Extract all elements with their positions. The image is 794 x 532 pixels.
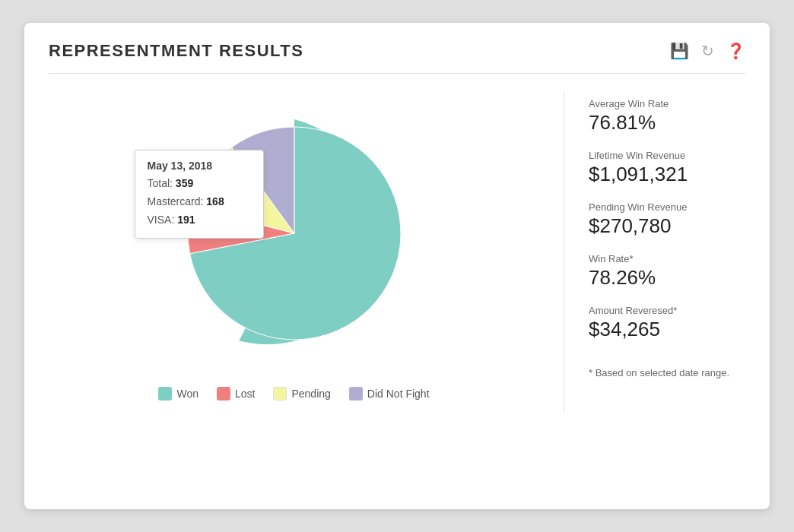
chart-legend: Won Lost Pending Did Not Fight [158, 387, 429, 401]
stat-win-rate: Win Rate* 78.26% [589, 253, 745, 290]
tooltip-visa: VISA: 191 [148, 211, 251, 230]
legend-swatch-lost [217, 387, 230, 401]
stats-panel: Average Win Rate 76.81% Lifetime Win Rev… [564, 92, 770, 413]
header: REPRESENTMENT RESULTS 💾 ↻ ❓ [24, 23, 770, 73]
legend-swatch-didnotfight [349, 387, 363, 401]
legend-item-lost: Lost [217, 387, 255, 401]
stat-amount-reversed: Amount Reveresed* $34,265 [589, 305, 745, 341]
legend-item-pending: Pending [273, 387, 330, 401]
legend-swatch-won [158, 387, 172, 401]
chart-tooltip: May 13, 2018 Total: 359 Mastercard: 168 … [135, 150, 264, 239]
stat-value-3: 78.26% [589, 266, 745, 290]
pie-chart-container: May 13, 2018 Total: 359 Mastercard: 168 … [165, 104, 424, 363]
tooltip-date: May 13, 2018 [148, 160, 251, 172]
legend-swatch-pending [273, 387, 287, 401]
legend-label-pending: Pending [291, 388, 330, 400]
stat-avg-win-rate: Average Win Rate 76.81% [589, 98, 745, 135]
stat-value-1: $1,091,321 [589, 163, 745, 186]
stat-value-2: $270,780 [589, 214, 745, 238]
page-title: REPRESENTMENT RESULTS [49, 41, 303, 61]
legend-item-didnotfight: Did Not Fight [349, 387, 430, 401]
help-icon[interactable]: ❓ [726, 42, 745, 60]
stat-label-2: Pending Win Revenue [589, 201, 745, 213]
stat-lifetime-win-revenue: Lifetime Win Revenue $1,091,321 [589, 150, 745, 186]
tooltip-total: Total: 359 [148, 175, 251, 193]
stat-label-0: Average Win Rate [589, 98, 745, 109]
legend-item-won: Won [158, 387, 198, 401]
stat-pending-win-revenue: Pending Win Revenue $270,780 [589, 201, 745, 238]
stat-label-3: Win Rate* [589, 253, 745, 264]
save-icon[interactable]: 💾 [670, 42, 689, 60]
stat-note: * Based on selected date range. [589, 366, 745, 381]
legend-label-lost: Lost [235, 388, 255, 400]
header-icons: 💾 ↻ ❓ [670, 42, 745, 60]
legend-label-won: Won [176, 388, 198, 400]
stat-label-4: Amount Reveresed* [589, 305, 745, 316]
legend-label-didnotfight: Did Not Fight [367, 388, 430, 400]
refresh-icon[interactable]: ↻ [701, 42, 714, 60]
main-card: REPRESENTMENT RESULTS 💾 ↻ ❓ [24, 23, 770, 509]
stat-value-0: 76.81% [589, 111, 745, 135]
content-area: May 13, 2018 Total: 359 Mastercard: 168 … [24, 74, 770, 431]
tooltip-mastercard: Mastercard: 168 [148, 193, 251, 211]
stat-label-1: Lifetime Win Revenue [589, 150, 745, 161]
stat-value-4: $34,265 [589, 318, 745, 341]
chart-area: May 13, 2018 Total: 359 Mastercard: 168 … [24, 92, 564, 413]
